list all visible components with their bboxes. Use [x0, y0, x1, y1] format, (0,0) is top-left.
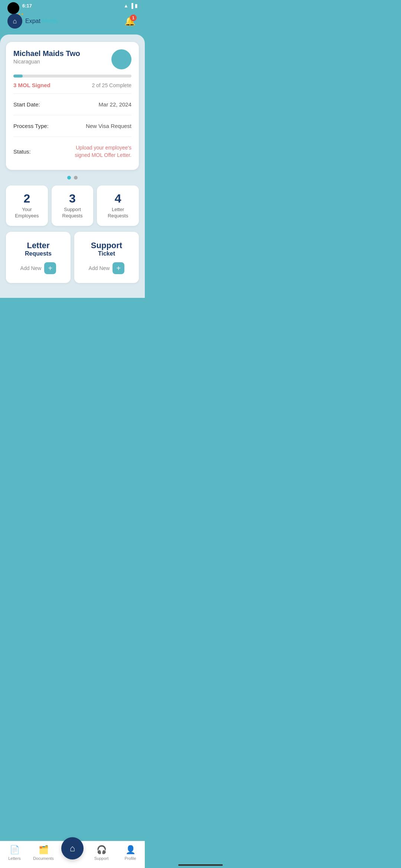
status-bar: 6:17 ▲ ▐ ▮: [0, 0, 145, 10]
start-date-row: Start Date: Mar 22, 2024: [13, 98, 131, 111]
logo-icon: ✦✦: [7, 14, 22, 29]
support-subtitle: Ticket: [80, 250, 133, 257]
status-label: Status:: [13, 148, 31, 155]
letter-subtitle: Requests: [12, 250, 65, 257]
stat-support[interactable]: 3 SupportRequests: [52, 185, 94, 226]
avatar: [111, 49, 131, 69]
support-title: Support: [80, 241, 133, 250]
progress-bar-fill: [13, 75, 23, 78]
stat-employees-label: YourEmployees: [10, 207, 44, 219]
card-header: Michael Maids Two Nicaraguan: [13, 49, 131, 69]
mol-status: 3 MOL Signed: [13, 82, 50, 88]
letter-add-label: Add New: [20, 265, 42, 271]
logo-stars-icon: ✦✦: [18, 12, 24, 16]
employee-name: Michael Maids Two: [13, 49, 80, 58]
support-add-row: Add New +: [80, 262, 133, 274]
carousel-dots: [6, 176, 139, 180]
notification-badge: 1: [130, 14, 137, 21]
logo-text: Expat Maids: [25, 18, 58, 24]
support-ticket-card[interactable]: Support Ticket Add New +: [74, 232, 139, 283]
battery-icon: ▮: [135, 3, 137, 9]
status-icons: ▲ ▐ ▮: [124, 3, 137, 9]
dot-2[interactable]: [74, 176, 78, 180]
dot-1[interactable]: [67, 176, 71, 180]
process-type-row: Process Type: New Visa Request: [13, 119, 131, 133]
start-date-value: Mar 22, 2024: [99, 101, 131, 108]
process-type-label: Process Type:: [13, 123, 49, 129]
support-add-label: Add New: [89, 265, 110, 271]
signal-icon: ▐: [130, 3, 133, 9]
stat-letters-label: LetterRequests: [101, 207, 135, 219]
status-message: Upload your employee's signed MOL Offer …: [61, 144, 131, 159]
divider-1: [13, 93, 131, 94]
progress-complete: 2 of 25 Complete: [92, 82, 131, 88]
status-row: Status: Upload your employee's signed MO…: [13, 141, 131, 162]
divider-3: [13, 137, 131, 137]
employee-info: Michael Maids Two Nicaraguan: [13, 49, 80, 65]
stat-employees-number: 2: [10, 192, 44, 205]
stat-support-number: 3: [55, 192, 90, 205]
letter-add-button[interactable]: +: [44, 262, 56, 274]
logo-maids: Maids: [42, 18, 58, 24]
divider-2: [13, 115, 131, 115]
status-time: 6:17: [22, 3, 32, 9]
notification-bell[interactable]: 🔔 1: [123, 14, 137, 29]
main-content: Michael Maids Two Nicaraguan 3 MOL Signe…: [0, 34, 145, 298]
employee-nationality: Nicaraguan: [13, 59, 80, 65]
stat-employees[interactable]: 2 YourEmployees: [6, 185, 48, 226]
start-date-label: Start Date:: [13, 101, 40, 108]
progress-bar-container: [13, 75, 131, 78]
support-add-button[interactable]: +: [113, 262, 124, 274]
logo-expat: Expat: [25, 18, 40, 24]
logo: ✦✦ Expat Maids: [7, 14, 58, 29]
stat-letters-number: 4: [101, 192, 135, 205]
stats-row: 2 YourEmployees 3 SupportRequests 4 Lett…: [6, 185, 139, 226]
stat-letters[interactable]: 4 LetterRequests: [97, 185, 139, 226]
employee-card[interactable]: Michael Maids Two Nicaraguan 3 MOL Signe…: [6, 42, 139, 170]
stat-support-label: SupportRequests: [55, 207, 90, 219]
wifi-icon: ▲: [124, 3, 128, 9]
letter-add-row: Add New +: [12, 262, 65, 274]
letter-requests-card[interactable]: Letter Requests Add New +: [6, 232, 71, 283]
letter-title: Letter: [12, 241, 65, 250]
process-type-value: New Visa Request: [86, 123, 131, 129]
action-cards: Letter Requests Add New + Support Ticket…: [6, 232, 139, 283]
app-header: ✦✦ Expat Maids 🔔 1: [0, 10, 145, 34]
progress-row: 3 MOL Signed 2 of 25 Complete: [13, 82, 131, 88]
